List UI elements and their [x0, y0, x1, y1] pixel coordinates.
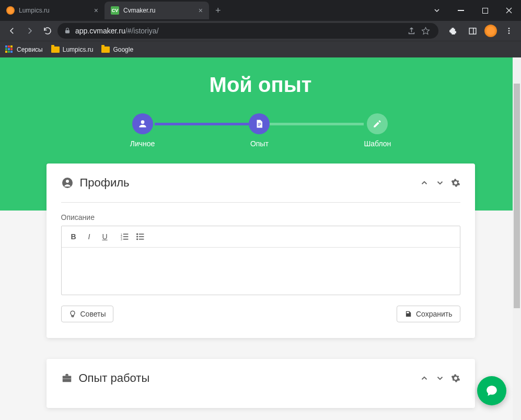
svg-point-5: [508, 28, 510, 29]
extensions-icon[interactable]: [445, 23, 460, 39]
window-controls: [425, 0, 521, 21]
svg-rect-10: [258, 124, 261, 125]
svg-rect-27: [62, 378, 71, 379]
svg-rect-17: [123, 236, 128, 237]
folder-icon: [101, 46, 110, 53]
edit-icon: [367, 113, 388, 134]
svg-rect-1: [482, 8, 488, 13]
card-profile: Профиль Описание B I U 123: [47, 164, 475, 338]
tips-button[interactable]: Советы: [61, 306, 114, 322]
save-button[interactable]: Сохранить: [397, 306, 460, 322]
new-tab-button[interactable]: +: [209, 5, 227, 16]
card-work-experience: Опыт работы: [47, 359, 475, 408]
maximize-button[interactable]: [473, 0, 497, 21]
divider: [61, 202, 460, 203]
step-connector: [270, 123, 364, 125]
rich-text-editor: B I U 123: [61, 226, 460, 295]
tab-title: Lumpics.ru: [19, 7, 90, 14]
save-icon: [404, 310, 412, 318]
bookmark-label: Google: [113, 46, 133, 53]
page-viewport: Мой опыт Личное Опыт Шаблон Профиль: [0, 57, 521, 420]
expand-down-icon[interactable]: [435, 178, 445, 188]
editor-toolbar: B I U 123: [62, 226, 460, 248]
italic-button[interactable]: I: [83, 230, 96, 243]
svg-text:3: 3: [121, 238, 122, 240]
minimize-button[interactable]: [449, 0, 473, 21]
svg-point-20: [136, 234, 138, 235]
scrollbar-track[interactable]: [513, 57, 521, 420]
svg-rect-9: [258, 123, 261, 124]
editor-textarea[interactable]: [62, 248, 460, 295]
lightbulb-icon: [69, 310, 76, 318]
svg-point-7: [508, 32, 510, 34]
svg-point-22: [136, 236, 138, 237]
chat-fab[interactable]: [477, 376, 506, 405]
bookmark-lumpics[interactable]: Lumpics.ru: [51, 46, 94, 53]
collapse-up-icon[interactable]: [420, 178, 429, 188]
address-bar[interactable]: app.cvmaker.ru/#/istoriya/: [57, 23, 438, 39]
card-header: Опыт работы: [61, 371, 460, 385]
reload-button[interactable]: [40, 23, 55, 39]
tab-strip: Lumpics.ru × CV Cvmaker.ru × +: [0, 0, 425, 21]
svg-rect-23: [138, 236, 144, 237]
close-icon[interactable]: ×: [94, 6, 98, 15]
chat-icon: [485, 384, 499, 398]
step-personal[interactable]: Личное: [130, 113, 155, 148]
card-title: Профиль: [80, 176, 413, 190]
unordered-list-button[interactable]: [134, 230, 147, 243]
close-icon[interactable]: ×: [199, 6, 203, 15]
favicon-icon: CV: [111, 6, 119, 15]
close-button[interactable]: [497, 0, 521, 21]
svg-rect-15: [123, 234, 128, 235]
svg-rect-11: [258, 125, 260, 126]
step-label: Личное: [130, 139, 155, 148]
svg-rect-21: [138, 234, 144, 235]
profile-avatar[interactable]: [484, 25, 497, 37]
card-title: Опыт работы: [79, 371, 413, 385]
svg-point-13: [66, 180, 69, 183]
toolbar-actions: [445, 23, 517, 39]
window-titlebar: Lumpics.ru × CV Cvmaker.ru × +: [0, 0, 521, 21]
card-header: Профиль: [61, 176, 460, 190]
bookmarks-bar: Сервисы Lumpics.ru Google: [0, 41, 521, 57]
lock-icon: [64, 27, 71, 34]
collapse-up-icon[interactable]: [420, 374, 429, 383]
step-template[interactable]: Шаблон: [364, 113, 391, 148]
svg-point-8: [141, 120, 144, 124]
page-title: Мой опыт: [0, 73, 521, 97]
gear-icon[interactable]: [451, 374, 460, 383]
tab-title: Cvmaker.ru: [123, 7, 194, 14]
expand-down-icon[interactable]: [435, 374, 445, 383]
button-label: Сохранить: [416, 310, 453, 318]
browser-tab-cvmaker[interactable]: CV Cvmaker.ru ×: [105, 2, 209, 19]
bold-button[interactable]: B: [67, 230, 80, 243]
favicon-icon: [6, 6, 15, 15]
svg-point-24: [136, 238, 138, 240]
ordered-list-button[interactable]: 123: [118, 230, 132, 243]
chevron-down-icon[interactable]: [425, 0, 449, 21]
card-footer: Советы Сохранить: [61, 306, 460, 322]
bookmark-label: Сервисы: [17, 46, 43, 53]
underline-button[interactable]: U: [98, 230, 112, 243]
svg-rect-25: [138, 239, 144, 240]
forward-button[interactable]: [22, 23, 38, 39]
scrollbar-thumb[interactable]: [514, 84, 520, 308]
folder-icon: [51, 46, 60, 53]
bookmark-apps[interactable]: Сервисы: [5, 45, 43, 54]
svg-rect-0: [458, 10, 464, 11]
step-label: Опыт: [250, 139, 269, 148]
card-actions: [420, 178, 460, 188]
url-text: app.cvmaker.ru/#/istoriya/: [75, 27, 159, 35]
bookmark-label: Lumpics.ru: [63, 46, 94, 53]
bookmark-google[interactable]: Google: [101, 46, 133, 53]
briefcase-icon: [61, 372, 73, 384]
bookmark-star-icon[interactable]: [419, 25, 432, 38]
step-experience[interactable]: Опыт: [249, 113, 270, 148]
share-icon[interactable]: [405, 25, 418, 38]
side-panel-icon[interactable]: [465, 23, 480, 39]
menu-icon[interactable]: [501, 23, 517, 39]
gear-icon[interactable]: [451, 178, 460, 188]
card-actions: [420, 374, 460, 383]
back-button[interactable]: [4, 23, 20, 39]
browser-tab-lumpics[interactable]: Lumpics.ru ×: [0, 2, 105, 19]
